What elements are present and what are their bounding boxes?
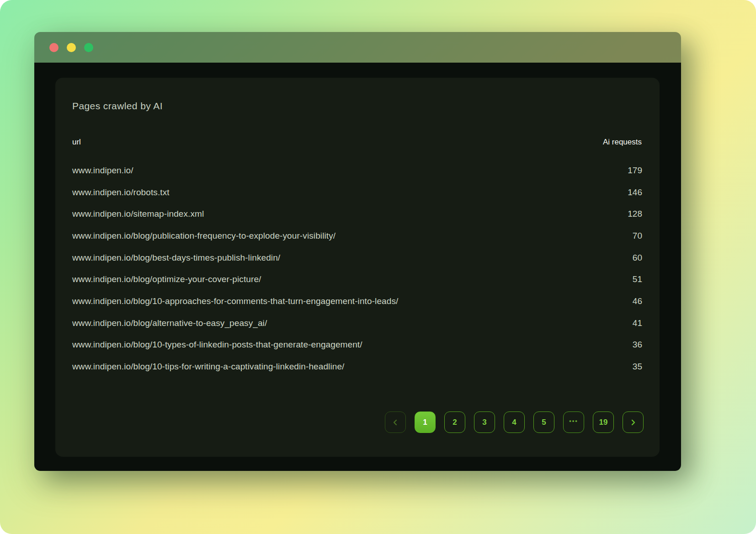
row-url: www.indipen.io/sitemap-index.xml [72, 209, 204, 219]
table-row: www.indipen.io/blog/10-types-of-linkedin… [72, 334, 642, 356]
column-header-url: url [72, 138, 81, 147]
app-window: Pages crawled by AI url Ai requests www.… [34, 32, 681, 471]
table-row: www.indipen.io/blog/10-tips-for-writing-… [72, 356, 642, 378]
row-url: www.indipen.io/blog/10-types-of-linkedin… [72, 340, 362, 350]
row-ai-requests: 36 [633, 340, 642, 350]
minimize-button[interactable] [67, 43, 76, 52]
row-url: www.indipen.io/blog/publication-frequenc… [72, 231, 335, 241]
pagination-page-3[interactable]: 3 [474, 411, 495, 433]
row-ai-requests: 70 [633, 231, 642, 241]
page-title: Pages crawled by AI [72, 101, 642, 112]
row-url: www.indipen.io/blog/optimize-your-cover-… [72, 274, 261, 284]
table-row: www.indipen.io/ 179 [72, 160, 642, 182]
table-row: www.indipen.io/blog/optimize-your-cover-… [72, 268, 642, 290]
row-ai-requests: 51 [633, 274, 642, 284]
pages-crawled-card: Pages crawled by AI url Ai requests www.… [55, 78, 660, 457]
row-url: www.indipen.io/blog/alternative-to-easy_… [72, 318, 267, 328]
pagination-page-5[interactable]: 5 [533, 411, 554, 433]
row-url: www.indipen.io/blog/best-days-times-publ… [72, 253, 280, 263]
window-body: Pages crawled by AI url Ai requests www.… [34, 63, 681, 471]
column-header-ai-requests: Ai requests [603, 138, 642, 147]
close-button[interactable] [49, 43, 59, 52]
desktop-background: Pages crawled by AI url Ai requests www.… [0, 0, 756, 534]
pagination-page-1[interactable]: 1 [415, 411, 436, 433]
pagination-next-button[interactable] [623, 411, 644, 433]
row-url: www.indipen.io/blog/10-approaches-for-co… [72, 296, 398, 306]
table-row: www.indipen.io/robots.txt 146 [72, 182, 642, 203]
row-ai-requests: 46 [633, 296, 642, 306]
row-ai-requests: 146 [628, 187, 642, 198]
table-row: www.indipen.io/blog/10-approaches-for-co… [72, 290, 642, 312]
table-row: www.indipen.io/blog/publication-frequenc… [72, 225, 642, 247]
row-ai-requests: 35 [633, 362, 642, 372]
pagination-page-2[interactable]: 2 [444, 411, 465, 433]
pagination-page-19[interactable]: 19 [593, 411, 614, 433]
chevron-left-icon [392, 419, 399, 426]
row-ai-requests: 41 [633, 318, 642, 328]
row-url: www.indipen.io/ [72, 166, 133, 176]
table-row: www.indipen.io/blog/best-days-times-publ… [72, 247, 642, 269]
window-titlebar [34, 32, 681, 63]
pagination-page-4[interactable]: 4 [504, 411, 525, 433]
table-body: www.indipen.io/ 179 www.indipen.io/robot… [72, 160, 642, 378]
chevron-right-icon [629, 419, 637, 426]
table-row: www.indipen.io/blog/alternative-to-easy_… [72, 312, 642, 334]
pagination-ellipsis: ••• [563, 411, 584, 433]
zoom-button[interactable] [84, 43, 93, 52]
row-ai-requests: 128 [628, 209, 642, 219]
table-header: url Ai requests [72, 138, 642, 147]
row-url: www.indipen.io/blog/10-tips-for-writing-… [72, 362, 344, 372]
row-ai-requests: 60 [633, 253, 642, 263]
row-url: www.indipen.io/robots.txt [72, 187, 170, 198]
table-row: www.indipen.io/sitemap-index.xml 128 [72, 203, 642, 225]
pagination: 12345•••19 [385, 411, 644, 433]
row-ai-requests: 179 [628, 166, 642, 176]
pagination-prev-button[interactable] [385, 411, 406, 433]
